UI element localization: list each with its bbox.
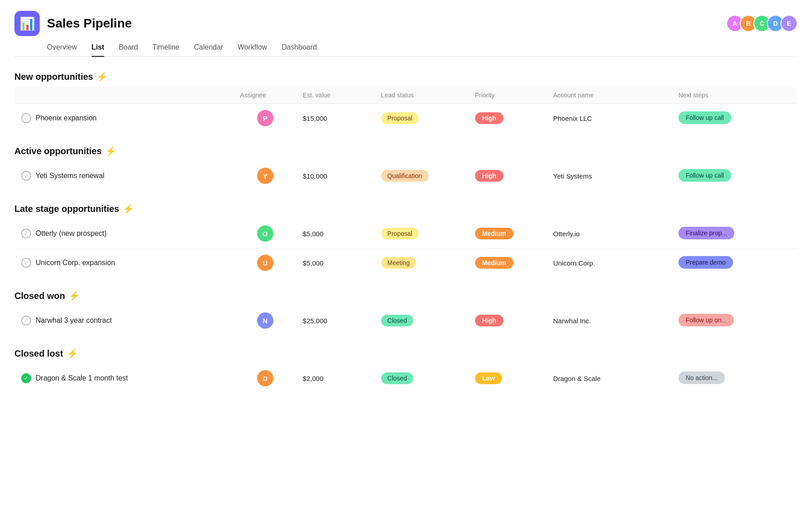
lightning-icon: ⚡ <box>105 146 116 156</box>
cell-priority: High <box>469 306 547 335</box>
est-value: $15,000 <box>303 115 327 122</box>
name-cell: ✓ Phoenix expansion <box>21 113 227 123</box>
lightning-icon: ⚡ <box>97 71 108 82</box>
cell-assignee: N <box>234 306 296 335</box>
tab-dashboard[interactable]: Dashboard <box>281 40 317 57</box>
cell-status: Proposal <box>375 219 469 248</box>
next-step-badge[interactable]: Follow up on... <box>678 314 734 326</box>
assignee-avatar[interactable]: N <box>257 312 273 329</box>
table-row[interactable]: ✓ Unicorn Corp. expansion U$5,000Meeting… <box>15 248 798 278</box>
name-cell: ✓ Narwhal 3 year contract <box>21 316 227 325</box>
cell-status: Meeting <box>375 248 469 278</box>
cell-next-step: No action... <box>672 364 798 393</box>
tab-timeline[interactable]: Timeline <box>152 40 180 57</box>
account-name: Otterly.io <box>553 230 580 238</box>
next-step-badge[interactable]: Prepare demo <box>678 256 733 269</box>
tab-board[interactable]: Board <box>119 40 138 57</box>
status-badge: Closed <box>381 372 414 384</box>
status-badge: Closed <box>381 315 414 326</box>
next-step-badge[interactable]: Follow up call <box>678 169 731 182</box>
assignee-avatar[interactable]: O <box>257 225 273 242</box>
app-icon: 📊 <box>14 11 40 36</box>
account-name: Phoenix LLC <box>553 115 592 122</box>
col-header-value: Est. value <box>296 87 375 104</box>
lightning-icon: ⚡ <box>69 290 80 301</box>
check-icon[interactable]: ✓ <box>21 229 31 238</box>
app-title-area: 📊 Sales Pipeline <box>14 11 132 36</box>
est-value: $5,000 <box>303 230 323 238</box>
check-icon[interactable]: ✓ <box>21 258 31 268</box>
account-name: Dragon & Scale <box>553 375 600 382</box>
cell-assignee: U <box>234 248 296 278</box>
table-late-stage: ✓ Otterly (new prospect) O$5,000Proposal… <box>14 219 798 278</box>
table-row[interactable]: ✓ Dragon & Scale 1 month test D$2,000Clo… <box>15 364 798 393</box>
sections-container: New opportunities⚡ Assignee Est. value L… <box>14 71 798 393</box>
assignee-avatar[interactable]: D <box>257 370 273 386</box>
col-header-next: Next steps <box>672 87 798 104</box>
tab-calendar[interactable]: Calendar <box>194 40 223 57</box>
table-row[interactable]: ✓ Phoenix expansion P$15,000ProposalHigh… <box>15 104 798 133</box>
opportunity-name: Unicorn Corp. expansion <box>36 259 115 267</box>
priority-badge: High <box>475 170 503 182</box>
est-value: $5,000 <box>303 259 323 267</box>
avatar[interactable]: E <box>780 15 798 32</box>
table-new-opportunities: Assignee Est. value Lead status Priority… <box>14 87 798 133</box>
est-value: $25,000 <box>303 317 327 325</box>
opportunity-name: Yeti Systems renewal <box>36 172 104 180</box>
cell-next-step: Prepare demo <box>672 248 798 278</box>
cell-value: $10,000 <box>296 161 375 191</box>
cell-account: Yeti Systems <box>547 161 672 191</box>
check-icon[interactable]: ✓ <box>21 373 31 383</box>
nav-tabs: Overview List Board Timeline Calendar Wo… <box>14 40 798 57</box>
col-header-name <box>15 87 234 104</box>
status-badge: Proposal <box>381 112 419 124</box>
section-header-closed-won: Closed won⚡ <box>14 290 798 301</box>
cell-status: Proposal <box>375 104 469 133</box>
col-header-account: Account name <box>547 87 672 104</box>
next-step-badge[interactable]: Follow up call <box>678 111 731 124</box>
table-closed-won: ✓ Narwhal 3 year contract N$25,000Closed… <box>14 306 798 335</box>
cell-account: Unicorn Corp. <box>547 248 672 278</box>
table-row[interactable]: ✓ Otterly (new prospect) O$5,000Proposal… <box>15 219 798 248</box>
name-cell: ✓ Yeti Systems renewal <box>21 171 227 181</box>
table-header: Assignee Est. value Lead status Priority… <box>15 87 798 104</box>
cell-account: Narwhal Inc. <box>547 306 672 335</box>
table-body: ✓ Otterly (new prospect) O$5,000Proposal… <box>15 219 798 278</box>
cell-status: Qualification <box>375 161 469 191</box>
lightning-icon: ⚡ <box>67 348 78 359</box>
tab-overview[interactable]: Overview <box>47 40 77 57</box>
cell-status: Closed <box>375 364 469 393</box>
name-cell: ✓ Dragon & Scale 1 month test <box>21 373 227 383</box>
tab-workflow[interactable]: Workflow <box>238 40 268 57</box>
section-title: Closed won <box>14 291 65 301</box>
cell-name: ✓ Unicorn Corp. expansion <box>15 248 234 278</box>
next-step-badge[interactable]: No action... <box>678 371 725 384</box>
assignee-avatar[interactable]: Y <box>257 168 273 184</box>
next-step-badge[interactable]: Finalize prop... <box>678 227 734 239</box>
priority-badge: Medium <box>475 228 513 239</box>
cell-account: Otterly.io <box>547 219 672 248</box>
tab-list[interactable]: List <box>92 40 104 57</box>
name-cell: ✓ Otterly (new prospect) <box>21 229 227 238</box>
section-title: New opportunities <box>14 72 93 82</box>
status-badge: Meeting <box>381 257 416 269</box>
cell-account: Phoenix LLC <box>547 104 672 133</box>
assignee-avatar[interactable]: P <box>257 110 273 126</box>
cell-value: $2,000 <box>296 364 375 393</box>
cell-priority: Low <box>469 364 547 393</box>
account-name: Yeti Systems <box>553 172 592 180</box>
table-body: ✓ Dragon & Scale 1 month test D$2,000Clo… <box>15 364 798 393</box>
opportunity-name: Dragon & Scale 1 month test <box>36 374 128 382</box>
check-icon[interactable]: ✓ <box>21 113 31 123</box>
cell-next-step: Follow up call <box>672 161 798 191</box>
section-header-new-opportunities: New opportunities⚡ <box>14 71 798 82</box>
table-row[interactable]: ✓ Narwhal 3 year contract N$25,000Closed… <box>15 306 798 335</box>
status-badge: Proposal <box>381 228 419 239</box>
cell-value: $5,000 <box>296 219 375 248</box>
check-icon[interactable]: ✓ <box>21 316 31 325</box>
assignee-avatar[interactable]: U <box>257 255 273 271</box>
priority-badge: Medium <box>475 257 513 269</box>
table-row[interactable]: ✓ Yeti Systems renewal Y$10,000Qualifica… <box>15 161 798 191</box>
check-icon[interactable]: ✓ <box>21 171 31 181</box>
cell-assignee: P <box>234 104 296 133</box>
